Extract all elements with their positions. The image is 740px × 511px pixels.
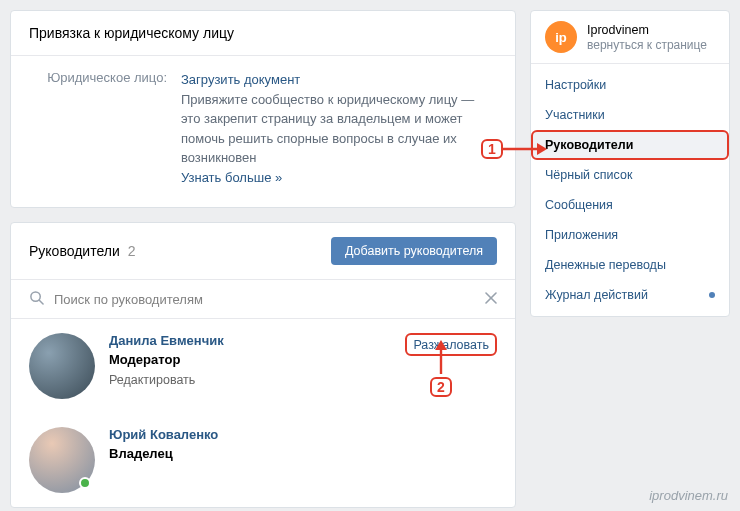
member-name-link[interactable]: Юрий Коваленко xyxy=(109,427,497,442)
upload-document-link[interactable]: Загрузить документ xyxy=(181,70,497,90)
legal-entity-card: Привязка к юридическому лицу Юридическое… xyxy=(10,10,516,208)
demote-link[interactable]: Разжаловать xyxy=(413,338,489,352)
sidebar-item-settings[interactable]: Настройки xyxy=(531,70,729,100)
sidebar-item-messages[interactable]: Сообщения xyxy=(531,190,729,220)
sidebar-item-blacklist[interactable]: Чёрный список xyxy=(531,160,729,190)
notification-dot-icon xyxy=(709,292,715,298)
managers-count: 2 xyxy=(128,243,136,259)
avatar[interactable] xyxy=(29,333,95,399)
member-role: Модератор xyxy=(109,352,405,367)
community-name: Iprodvinem xyxy=(587,23,707,37)
managers-title-text: Руководители xyxy=(29,243,120,259)
search-input[interactable] xyxy=(54,292,485,307)
avatar[interactable] xyxy=(29,427,95,493)
legal-entity-label: Юридическое лицо: xyxy=(29,70,181,187)
legal-entity-description: Привяжите сообщество к юридическому лицу… xyxy=(181,90,497,168)
community-avatar-icon: ip xyxy=(545,21,577,53)
sidebar-card: ip Iprodvinem вернуться к странице Настр… xyxy=(530,10,730,317)
sidebar-item-label: Журнал действий xyxy=(545,288,648,302)
back-to-page-link[interactable]: вернуться к странице xyxy=(587,38,707,52)
legal-entity-title: Привязка к юридическому лицу xyxy=(11,11,515,56)
watermark: iprodvinem.ru xyxy=(649,488,728,503)
svg-line-1 xyxy=(39,300,43,304)
manager-row: Юрий Коваленко Владелец xyxy=(11,413,515,507)
managers-card: Руководители 2 Добавить руководителя Дан… xyxy=(10,222,516,508)
online-indicator-icon xyxy=(79,477,91,489)
member-name-link[interactable]: Данила Евменчик xyxy=(109,333,405,348)
sidebar-nav: Настройки Участники Руководители Чёрный … xyxy=(531,64,729,316)
sidebar-item-money[interactable]: Денежные переводы xyxy=(531,250,729,280)
search-icon xyxy=(29,290,44,308)
edit-link[interactable]: Редактировать xyxy=(109,373,405,387)
member-role: Владелец xyxy=(109,446,497,461)
sidebar-item-log[interactable]: Журнал действий xyxy=(531,280,729,310)
search-row xyxy=(11,280,515,319)
manager-row: Данила Евменчик Модератор Редактировать … xyxy=(11,319,515,413)
sidebar-item-apps[interactable]: Приложения xyxy=(531,220,729,250)
demote-highlight: Разжаловать xyxy=(405,333,497,356)
learn-more-link[interactable]: Узнать больше » xyxy=(181,168,497,188)
clear-icon[interactable] xyxy=(485,292,497,307)
add-manager-button[interactable]: Добавить руководителя xyxy=(331,237,497,265)
sidebar-item-members[interactable]: Участники xyxy=(531,100,729,130)
managers-title: Руководители 2 xyxy=(29,243,135,259)
sidebar-profile[interactable]: ip Iprodvinem вернуться к странице xyxy=(531,11,729,64)
sidebar-item-managers[interactable]: Руководители xyxy=(531,130,729,160)
